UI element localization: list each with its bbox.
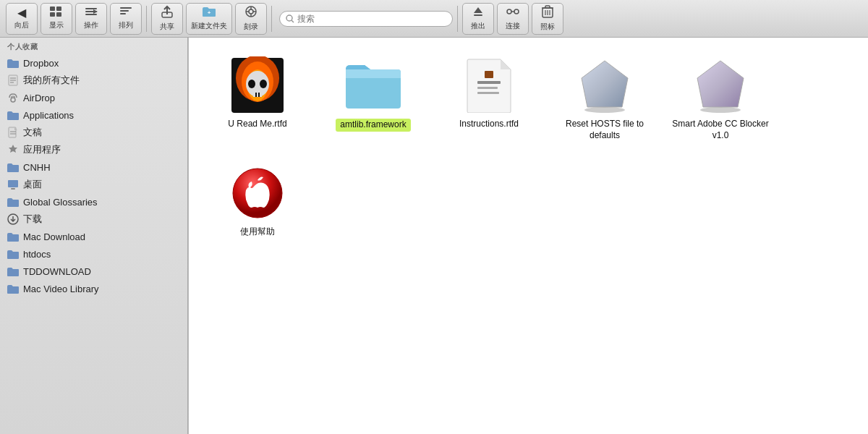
file-name-adobeblocker: Smart Adobe CC Blocker v1.0 <box>671 119 770 141</box>
sidebar-section-label: 个人收藏 <box>0 38 187 54</box>
svg-point-32 <box>11 98 15 102</box>
action-button[interactable]: 操作 <box>75 3 107 35</box>
svg-point-14 <box>249 9 253 14</box>
connect-label: 连接 <box>506 21 520 31</box>
svg-rect-2 <box>50 12 55 17</box>
delete-button[interactable]: 照标 <box>532 3 563 35</box>
separator-1 <box>146 6 147 32</box>
svg-marker-17 <box>474 7 482 13</box>
file-icon-adobeblocker <box>692 56 749 114</box>
sidebar-item-applications[interactable]: Applications <box>0 106 187 124</box>
sort-button[interactable]: 排列 <box>110 3 142 35</box>
svg-point-15 <box>286 15 292 21</box>
svg-rect-3 <box>56 12 61 17</box>
sidebar-item-airdrop[interactable]: AirDrop <box>0 89 187 106</box>
svg-point-55 <box>700 107 741 113</box>
sort-icon <box>119 7 132 19</box>
burn-label: 刻录 <box>244 22 258 32</box>
file-icon-instructions <box>460 56 518 114</box>
desktop-icon <box>7 179 19 190</box>
file-item-adobeblocker[interactable]: Smart Adobe CC Blocker v1.0 <box>666 52 775 145</box>
sidebar-label-tddownload: TDDOWNLOAD <box>23 266 91 277</box>
svg-rect-48 <box>477 81 501 84</box>
sidebar-label-cnhh: CNHH <box>23 162 51 173</box>
connect-button[interactable]: 连接 <box>497 3 529 35</box>
sidebar-item-dropbox[interactable]: Dropbox <box>0 54 187 72</box>
eject-label: 推出 <box>471 21 485 31</box>
svg-rect-6 <box>85 14 97 15</box>
toolbar: ◀ 向后 显示 操作 <box>0 0 868 38</box>
file-item-amtlib[interactable]: amtlib.framework <box>319 52 427 145</box>
sidebar-item-desktop[interactable]: 桌面 <box>0 176 187 193</box>
search-input[interactable] <box>297 14 446 24</box>
back-button[interactable]: ◀ 向后 <box>6 3 38 35</box>
sidebar: 个人收藏 Dropbox 我的所有文件 <box>0 38 188 434</box>
svg-rect-50 <box>477 92 499 94</box>
new-folder-button[interactable]: + 新建文件夹 <box>186 3 232 35</box>
svg-rect-49 <box>477 87 498 89</box>
svg-marker-7 <box>93 9 98 14</box>
burn-button[interactable]: 刻录 <box>235 3 267 35</box>
action-label: 操作 <box>84 20 98 30</box>
allfiles-icon <box>7 75 19 86</box>
connect-icon <box>506 6 519 20</box>
svg-point-19 <box>507 9 511 14</box>
svg-rect-0 <box>50 7 55 11</box>
documents-icon <box>7 127 19 138</box>
separator-2 <box>271 6 272 32</box>
file-name-instructions: Instructions.rtfd <box>459 119 519 130</box>
eject-icon <box>472 6 484 20</box>
back-icon: ◀ <box>17 7 26 19</box>
view-icon <box>50 7 63 19</box>
airdrop-icon <box>7 92 19 103</box>
sidebar-item-documents[interactable]: 文稿 <box>0 124 187 141</box>
back-label: 向后 <box>14 20 29 30</box>
file-icon-help <box>229 164 286 222</box>
sidebar-item-cnhh[interactable]: CNHH <box>0 158 187 176</box>
sidebar-label-desktop: 桌面 <box>23 178 42 191</box>
file-item-resethosts[interactable]: Reset HOSTS file to defaults <box>550 52 659 145</box>
file-name-ureadme: U Read Me.rtfd <box>228 119 286 130</box>
sidebar-label-glossaries: Global Glossaries <box>23 197 98 208</box>
share-button[interactable]: 共享 <box>151 3 183 35</box>
file-icon-ureadme <box>229 56 286 114</box>
file-item-instructions[interactable]: Instructions.rtfd <box>435 52 543 145</box>
sidebar-label-videolibrary: Mac Video Library <box>23 284 99 294</box>
view-button[interactable]: 显示 <box>41 3 72 35</box>
macdownload-icon <box>7 231 19 242</box>
file-item-ureadme[interactable]: U Read Me.rtfd <box>203 52 312 145</box>
eject-button[interactable]: 推出 <box>462 3 494 35</box>
sidebar-item-downloads[interactable]: 下载 <box>0 210 187 228</box>
file-icon-amtlib <box>344 56 402 114</box>
svg-rect-24 <box>545 6 550 8</box>
file-item-help[interactable]: 使用幫助 <box>203 160 312 242</box>
separator-3 <box>457 6 458 32</box>
svg-rect-10 <box>120 13 126 14</box>
svg-point-44 <box>248 80 255 88</box>
file-name-help: 使用幫助 <box>240 226 275 238</box>
sidebar-item-videolibrary[interactable]: Mac Video Library <box>0 280 187 297</box>
search-box[interactable] <box>279 11 453 27</box>
sidebar-label-allfiles: 我的所有文件 <box>23 74 80 87</box>
file-icon-resethosts <box>576 56 634 114</box>
sidebar-item-allfiles[interactable]: 我的所有文件 <box>0 72 187 89</box>
svg-point-20 <box>514 9 519 14</box>
svg-rect-36 <box>8 180 18 187</box>
svg-rect-37 <box>11 188 15 190</box>
file-grid: U Read Me.rtfd amtlib.framework <box>203 52 854 242</box>
cnhh-icon <box>7 161 19 173</box>
svg-marker-53 <box>582 61 628 107</box>
sidebar-item-apps[interactable]: 应用程序 <box>0 141 187 158</box>
sidebar-label-airdrop: AirDrop <box>23 93 55 103</box>
tddownload-icon <box>7 265 19 277</box>
sidebar-item-glossaries[interactable]: Global Glossaries <box>0 193 187 210</box>
sidebar-item-tddownload[interactable]: TDDOWNLOAD <box>0 263 187 280</box>
htdocs-icon <box>7 248 19 260</box>
delete-label: 照标 <box>540 22 555 32</box>
view-label: 显示 <box>49 20 64 30</box>
share-label: 共享 <box>160 22 174 32</box>
sidebar-item-htdocs[interactable]: htdocs <box>0 245 187 263</box>
sidebar-item-macdownload[interactable]: Mac Download <box>0 228 187 245</box>
videolibrary-icon <box>7 283 19 294</box>
downloads-icon <box>7 213 19 225</box>
